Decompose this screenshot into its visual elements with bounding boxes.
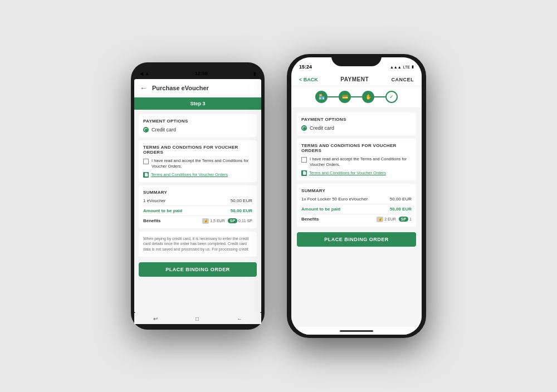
iphone-divider	[301, 204, 412, 204]
android-divider2	[143, 215, 252, 216]
iphone-radio-inner	[303, 127, 306, 130]
android-terms-checkbox[interactable]	[143, 159, 149, 164]
iphone-benefit-sp: SP 1	[399, 217, 412, 222]
iphone-payment-section: PAYMENT OPTIONS Credit card	[297, 112, 416, 135]
battery-icon: ▮	[253, 71, 256, 76]
iphone-summary-item-row: 1x Foot Locker 50 Euro eVoucher 50,00 EU…	[301, 197, 412, 202]
android-divider	[143, 205, 252, 206]
android-pdf-icon: 📄	[143, 172, 149, 178]
android-recent-icon[interactable]: ↩	[153, 316, 158, 322]
iphone-benefits-chips: 💰 2 EUR SP 1	[377, 217, 412, 222]
android-back-nav-icon[interactable]: ←	[237, 316, 242, 322]
scene: ◀ ▲ 12:56 ▮ ← Purchase eVoucher Step 3	[0, 0, 557, 392]
network-icon: ▲	[145, 71, 149, 76]
android-nav-bar: ↩ □ ←	[134, 313, 261, 324]
android-item-name: 1 eVoucher	[143, 198, 165, 203]
android-battery-icon: ▮	[253, 71, 256, 76]
android-terms-checkbox-row: I have read and accept the Terms and Con…	[143, 158, 252, 169]
android-terms-link[interactable]: Terms and Conditions for Voucher Orders	[151, 172, 228, 177]
android-content: PAYMENT OPTIONS Credit card TERMS AND CO…	[134, 110, 261, 313]
iphone-benefit-eur: 💰 2 EUR	[377, 217, 396, 222]
android-credit-card-option[interactable]: Credit card	[143, 127, 252, 133]
android-info-text: When paying by credit card, it is necess…	[143, 236, 252, 252]
iphone-terms-link[interactable]: Terms and Conditions for Voucher Orders	[309, 170, 386, 175]
iphone-payment-label: PAYMENT OPTIONS	[301, 117, 412, 122]
iphone-terms-label: TERMS AND CONDITIONS FOR VOUCHER ORDERS	[301, 143, 412, 153]
iphone-benefits-label: Benefits	[301, 217, 319, 222]
android-summary-section: SUMMARY 1 eVoucher 50,00 EUR Amount to b…	[139, 185, 257, 228]
android-benefit-eur: 💰 1,5 EUR	[202, 218, 224, 224]
iphone-pdf-icon: 📄	[301, 170, 307, 176]
iphone-status-icons: ▲▲▲ LTE ▮	[390, 65, 414, 69]
android-total-row: Amount to be paid 50,00 EUR	[143, 208, 252, 213]
android-terms-section: TERMS AND CONDITIONS FOR VOUCHER ORDERS …	[139, 140, 257, 182]
iphone-bottom-bar	[291, 327, 422, 335]
iphone-divider2	[301, 214, 412, 214]
iphone-sp-chip: SP	[399, 217, 408, 222]
iphone-step4: ✓	[385, 91, 398, 103]
android-radio-inner	[145, 129, 148, 131]
android-screen: ← Purchase eVoucher Step 3 PAYMENT OPTIO…	[134, 79, 261, 313]
android-time: 12:56	[195, 71, 208, 76]
iphone-item-value: 50,00 EUR	[390, 197, 412, 202]
iphone-nav-title: PAYMENT	[340, 76, 369, 82]
iphone-notch	[331, 54, 382, 66]
android-status-bar: ◀ ▲ 12:56 ▮	[134, 68, 261, 79]
android-benefit-sp: SP 0,11 SP	[228, 218, 252, 223]
iphone-credit-card-label: Credit card	[310, 125, 334, 131]
iphone-step-line1	[328, 96, 339, 97]
iphone-total-value: 50,00 EUR	[390, 207, 412, 212]
iphone-radio-circle	[301, 125, 307, 131]
iphone-step3: ✋	[362, 91, 374, 103]
android-top-bar: ← Purchase eVoucher	[134, 79, 261, 97]
signal-icon: ◀	[140, 71, 143, 76]
iphone-step-line2	[351, 96, 362, 97]
android-back-button[interactable]: ←	[140, 84, 148, 92]
iphone-step2: 💳	[339, 91, 351, 103]
android-item-value: 50,00 EUR	[231, 198, 252, 203]
iphone-eur-icon: 💰	[377, 217, 383, 222]
iphone-terms-checkbox-row: I have read and accept the Terms and Con…	[301, 156, 412, 168]
android-total-label: Amount to be paid	[143, 208, 182, 213]
iphone-summary-section: SUMMARY 1x Foot Locker 50 Euro eVoucher …	[297, 184, 416, 227]
iphone-benefit1-value: 2 EUR	[384, 217, 396, 221]
android-summary-item-row: 1 eVoucher 50,00 EUR	[143, 198, 252, 203]
android-benefits-row: Benefits 💰 1,5 EUR SP 0,11 SP	[143, 218, 252, 224]
android-terms-link-row[interactable]: 📄 Terms and Conditions for Voucher Order…	[143, 172, 252, 178]
iphone-back-button[interactable]: < BACK	[299, 77, 318, 82]
iphone-lte-label: LTE	[403, 65, 410, 69]
android-step-bar: Step 3	[134, 97, 261, 110]
android-payment-label: PAYMENT OPTIONS	[143, 119, 252, 124]
iphone-terms-link-row[interactable]: 📄 Terms and Conditions for Voucher Order…	[301, 170, 412, 176]
android-eur-icon: 💰	[202, 218, 209, 224]
android-signal-icons: ◀ ▲	[140, 71, 149, 76]
android-benefits-label: Benefits	[143, 218, 161, 223]
android-terms-label: TERMS AND CONDITIONS FOR VOUCHER ORDERS	[143, 145, 252, 155]
iphone-screen: 15:24 ▲▲▲ LTE ▮ < BACK PAYMENT CANCEL 🏪 …	[291, 57, 422, 335]
android-place-order-button[interactable]: PLACE BINDING ORDER	[139, 262, 257, 277]
android-home-icon[interactable]: □	[196, 316, 199, 322]
iphone-cancel-button[interactable]: CANCEL	[392, 77, 414, 82]
android-sp-chip: SP	[228, 218, 237, 223]
iphone-item-name: 1x Foot Locker 50 Euro eVoucher	[301, 197, 368, 202]
iphone-stepper: 🏪 💳 ✋ ✓	[291, 86, 422, 108]
iphone-battery-icon: ▮	[412, 65, 414, 69]
iphone-time: 15:24	[299, 64, 312, 70]
android-step-label: Step 3	[190, 101, 205, 106]
android-phone: ◀ ▲ 12:56 ▮ ← Purchase eVoucher Step 3	[131, 62, 265, 330]
iphone-summary-label: SUMMARY	[301, 188, 412, 193]
iphone: 15:24 ▲▲▲ LTE ▮ < BACK PAYMENT CANCEL 🏪 …	[287, 54, 426, 338]
iphone-terms-checkbox[interactable]	[301, 157, 307, 163]
iphone-credit-card-option[interactable]: Credit card	[301, 125, 412, 131]
android-radio-circle	[143, 127, 149, 133]
iphone-terms-section: TERMS AND CONDITIONS FOR VOUCHER ORDERS …	[297, 139, 416, 180]
iphone-place-order-button[interactable]: PLACE BINDING ORDER	[297, 232, 416, 247]
iphone-step-line3	[374, 96, 385, 97]
iphone-step1: 🏪	[315, 91, 328, 103]
iphone-home-indicator	[340, 330, 373, 332]
iphone-content: PAYMENT OPTIONS Credit card TERMS AND CO…	[291, 108, 422, 327]
iphone-benefit2-value: 1	[409, 217, 412, 221]
android-summary-label: SUMMARY	[143, 190, 252, 195]
android-terms-checkbox-text: I have read and accept the Terms and Con…	[152, 158, 252, 169]
android-benefit2-value: 0,11 SP	[238, 219, 252, 223]
